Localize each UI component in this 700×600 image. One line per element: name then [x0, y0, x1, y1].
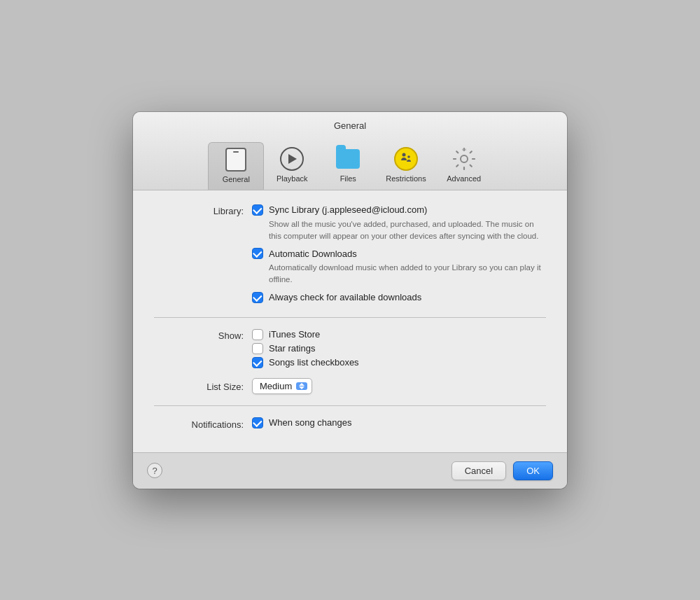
arrow-down-icon — [299, 386, 304, 389]
tab-files[interactable]: Files — [320, 142, 376, 190]
tab-general[interactable]: General — [208, 142, 264, 190]
itunes-store-label: iTunes Store — [269, 329, 320, 340]
title-bar: General General Playback — [133, 112, 567, 190]
tab-restrictions[interactable]: Restrictions — [376, 142, 435, 190]
list-size-content: Medium — [252, 378, 546, 394]
svg-point-1 — [407, 155, 410, 158]
cancel-button[interactable]: Cancel — [451, 461, 506, 480]
library-label: Library: — [154, 204, 252, 216]
library-row: Library: Sync Library (j.appleseed@iclou… — [154, 204, 546, 306]
files-icon-wrapper — [335, 146, 360, 172]
folder-icon — [336, 149, 360, 169]
when-song-changes-label: When song changes — [269, 417, 352, 428]
tab-playback-label: Playback — [276, 174, 308, 183]
library-section: Library: Sync Library (j.appleseed@iclou… — [154, 204, 546, 306]
select-arrows — [296, 382, 307, 390]
list-size-select[interactable]: Medium — [252, 378, 312, 394]
preferences-window: General General Playback — [133, 112, 567, 489]
notifications-content: When song changes — [252, 417, 546, 431]
advanced-icon-wrapper — [451, 146, 477, 172]
tab-advanced[interactable]: Advanced — [436, 142, 492, 190]
tab-files-label: Files — [340, 174, 356, 183]
notifications-section: Notifications: When song changes — [154, 417, 546, 431]
bottom-buttons: Cancel OK — [451, 461, 553, 480]
star-ratings-row: Star ratings — [252, 343, 546, 354]
gear-icon — [452, 147, 476, 171]
list-size-label: List Size: — [154, 380, 252, 392]
toolbar: General Playback Files — [133, 138, 567, 190]
show-content: iTunes Store Star ratings Songs list che… — [252, 329, 546, 371]
always-check-label: Always check for available downloads — [269, 292, 421, 302]
auto-downloads-label: Automatic Downloads — [269, 249, 357, 259]
notifications-row: Notifications: When song changes — [154, 417, 546, 431]
auto-downloads-description: Automatically download music when added … — [269, 262, 546, 286]
restrictions-icon-wrapper — [393, 146, 419, 172]
always-check-row: Always check for available downloads — [252, 292, 546, 303]
bottom-bar: ? Cancel OK — [133, 452, 567, 489]
ok-button[interactable]: OK — [513, 461, 553, 480]
list-size-row: List Size: Medium — [154, 378, 546, 394]
tab-playback[interactable]: Playback — [264, 142, 320, 190]
when-song-changes-row: When song changes — [252, 417, 546, 428]
parental-controls-icon — [394, 147, 418, 171]
library-content: Sync Library (j.appleseed@icloud.com) Sh… — [252, 204, 546, 306]
show-label: Show: — [154, 329, 252, 341]
star-ratings-label: Star ratings — [269, 343, 315, 354]
list-size-value: Medium — [260, 381, 292, 391]
playback-icon-wrapper — [279, 146, 304, 172]
tab-restrictions-label: Restrictions — [386, 174, 426, 183]
notifications-label: Notifications: — [154, 418, 252, 430]
help-button[interactable]: ? — [147, 463, 162, 478]
auto-downloads-checkbox[interactable] — [252, 248, 263, 259]
tab-advanced-label: Advanced — [447, 174, 481, 183]
always-check-checkbox[interactable] — [252, 292, 263, 303]
content-area: Library: Sync Library (j.appleseed@iclou… — [133, 190, 567, 452]
phone-icon — [225, 148, 246, 172]
itunes-store-checkbox[interactable] — [252, 329, 263, 340]
star-ratings-checkbox[interactable] — [252, 343, 263, 354]
divider-2 — [154, 405, 546, 406]
show-row: Show: iTunes Store Star ratings — [154, 329, 546, 371]
arrow-up-icon — [299, 383, 304, 386]
sync-library-checkbox[interactable] — [252, 204, 263, 216]
songs-checkboxes-row: Songs list checkboxes — [252, 357, 546, 368]
sync-library-row: Sync Library (j.appleseed@icloud.com) — [252, 204, 546, 216]
svg-point-0 — [402, 153, 406, 156]
auto-downloads-row: Automatic Downloads — [252, 248, 546, 259]
window-title: General — [133, 120, 567, 131]
itunes-store-row: iTunes Store — [252, 329, 546, 340]
songs-checkboxes-checkbox[interactable] — [252, 357, 263, 368]
general-icon-wrapper — [223, 147, 248, 172]
songs-checkboxes-label: Songs list checkboxes — [269, 357, 359, 368]
sync-library-label: Sync Library (j.appleseed@icloud.com) — [269, 204, 427, 215]
divider-1 — [154, 317, 546, 318]
tab-general-label: General — [223, 175, 250, 183]
sync-library-description: Show all the music you've added, purchas… — [269, 218, 546, 243]
show-section: Show: iTunes Store Star ratings — [154, 329, 546, 394]
play-icon — [280, 147, 304, 171]
when-song-changes-checkbox[interactable] — [252, 417, 263, 428]
